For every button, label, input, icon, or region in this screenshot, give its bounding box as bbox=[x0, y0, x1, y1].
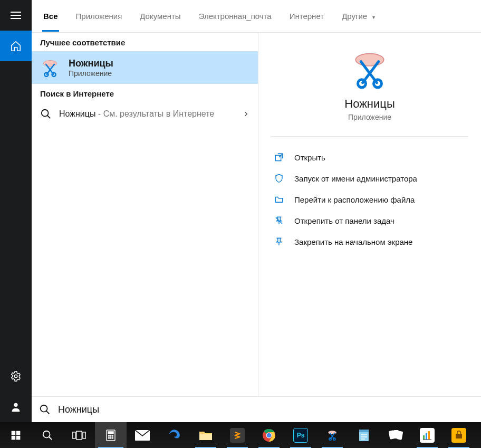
search-results-area: Лучшее соответствие Ножницы Приложение П… bbox=[32, 33, 481, 396]
taskbar-app-edge[interactable] bbox=[158, 422, 190, 448]
taskbar-app-solitaire[interactable] bbox=[380, 422, 411, 448]
svg-point-23 bbox=[112, 435, 113, 436]
svg-rect-40 bbox=[423, 435, 425, 440]
best-match-title: Ножницы bbox=[69, 58, 113, 69]
tab-internet[interactable]: Интернет bbox=[288, 1, 325, 32]
svg-point-26 bbox=[112, 437, 113, 439]
svg-rect-17 bbox=[76, 431, 82, 440]
task-view-icon[interactable] bbox=[63, 422, 95, 448]
svg-point-5 bbox=[42, 110, 49, 117]
web-result-text: Ножницы - См. результаты в Интернете bbox=[59, 108, 235, 120]
folder-icon bbox=[273, 195, 285, 204]
action-run-admin-label: Запуск от имени администратора bbox=[294, 174, 417, 183]
action-open[interactable]: Открыть bbox=[271, 148, 468, 166]
svg-rect-41 bbox=[426, 433, 427, 440]
tab-apps[interactable]: Приложения bbox=[75, 1, 123, 32]
action-pin-start-label: Закрепить на начальном экране bbox=[294, 237, 412, 246]
search-input[interactable] bbox=[58, 404, 474, 415]
web-search-header: Поиск в Интернете bbox=[32, 84, 258, 102]
svg-point-31 bbox=[267, 433, 272, 437]
web-result-query: Ножницы bbox=[59, 109, 95, 118]
preview-subtitle: Приложение bbox=[348, 113, 391, 121]
action-open-label: Открыть bbox=[294, 153, 325, 162]
svg-rect-42 bbox=[428, 431, 430, 440]
photoshop-icon: Ps bbox=[293, 428, 308, 443]
chart-icon bbox=[420, 428, 435, 443]
best-match-header: Лучшее соответствие bbox=[32, 33, 258, 51]
svg-point-2 bbox=[43, 61, 56, 66]
action-run-admin[interactable]: Запуск от имени администратора bbox=[271, 169, 468, 187]
taskbar-app-notepad[interactable] bbox=[348, 422, 380, 448]
action-open-location[interactable]: Перейти к расположению файла bbox=[271, 190, 468, 208]
svg-rect-13 bbox=[12, 435, 16, 440]
taskbar-app-chart[interactable] bbox=[411, 422, 443, 448]
svg-point-10 bbox=[41, 405, 47, 412]
action-pin-start[interactable]: Закрепить на начальном экране bbox=[271, 233, 468, 251]
action-unpin-taskbar-label: Открепить от панели задач bbox=[294, 216, 395, 225]
svg-rect-36 bbox=[359, 430, 369, 432]
taskbar-app-snipping-tool[interactable] bbox=[316, 422, 348, 448]
web-result-suffix: - См. результаты в Интернете bbox=[95, 109, 214, 118]
snipping-tool-icon bbox=[349, 47, 391, 90]
snipping-tool-icon bbox=[40, 58, 60, 78]
taskbar-app-store[interactable] bbox=[443, 422, 475, 448]
taskbar-app-calculator[interactable] bbox=[95, 422, 127, 448]
svg-rect-14 bbox=[16, 435, 21, 440]
chevron-down-icon: ▾ bbox=[372, 14, 375, 20]
unpin-icon bbox=[273, 216, 285, 225]
store-icon bbox=[451, 428, 466, 443]
svg-point-6 bbox=[355, 54, 383, 66]
start-button[interactable] bbox=[0, 422, 32, 448]
hamburger-menu-icon[interactable] bbox=[0, 0, 32, 31]
svg-point-21 bbox=[109, 435, 110, 436]
taskbar-app-chrome[interactable] bbox=[253, 422, 285, 448]
home-icon[interactable] bbox=[0, 31, 32, 61]
svg-point-15 bbox=[43, 431, 50, 437]
user-icon[interactable] bbox=[0, 392, 32, 422]
search-icon bbox=[39, 404, 51, 415]
tab-documents[interactable]: Документы bbox=[139, 1, 181, 32]
taskbar-search-icon[interactable] bbox=[32, 422, 63, 448]
taskbar-app-mail[interactable] bbox=[127, 422, 158, 448]
results-list: Лучшее соответствие Ножницы Приложение П… bbox=[32, 33, 258, 396]
svg-rect-16 bbox=[73, 432, 75, 438]
tab-more-label: Другие bbox=[342, 12, 367, 21]
svg-point-25 bbox=[110, 437, 111, 439]
preview-actions: Открыть Запуск от имени администратора П… bbox=[271, 148, 468, 251]
svg-rect-11 bbox=[12, 431, 16, 435]
svg-rect-20 bbox=[108, 432, 113, 434]
preview-pane: Ножницы Приложение Открыть Запуск от име… bbox=[258, 33, 481, 396]
sublime-icon bbox=[230, 428, 245, 443]
pin-icon bbox=[273, 237, 285, 246]
best-match-text: Ножницы Приложение bbox=[69, 58, 113, 78]
svg-point-22 bbox=[110, 435, 111, 436]
action-open-location-label: Перейти к расположению файла bbox=[294, 195, 415, 204]
taskbar-app-photoshop[interactable]: Ps bbox=[285, 422, 316, 448]
search-icon bbox=[40, 108, 52, 120]
tab-all[interactable]: Все bbox=[42, 1, 59, 32]
tab-email[interactable]: Электронная_почта bbox=[198, 1, 273, 32]
start-menu-left-rail bbox=[0, 0, 32, 422]
taskbar: Ps bbox=[0, 422, 481, 448]
taskbar-app-sublime[interactable] bbox=[222, 422, 253, 448]
preview-title: Ножницы bbox=[344, 97, 395, 111]
svg-point-24 bbox=[109, 437, 110, 439]
svg-point-1 bbox=[14, 403, 17, 407]
search-bar bbox=[32, 396, 481, 422]
svg-rect-28 bbox=[199, 434, 212, 440]
best-match-subtitle: Приложение bbox=[69, 69, 113, 78]
best-match-item[interactable]: Ножницы Приложение bbox=[32, 51, 258, 84]
svg-rect-12 bbox=[16, 431, 21, 435]
taskbar-app-file-explorer[interactable] bbox=[190, 422, 222, 448]
gear-icon[interactable] bbox=[0, 361, 32, 392]
svg-point-0 bbox=[14, 375, 17, 378]
preview-hero: Ножницы Приложение bbox=[271, 47, 468, 137]
web-search-result[interactable]: Ножницы - См. результаты в Интернете bbox=[32, 102, 258, 126]
tab-more[interactable]: Другие ▾ bbox=[341, 1, 376, 32]
svg-rect-18 bbox=[83, 432, 85, 438]
svg-point-32 bbox=[328, 431, 336, 434]
shield-icon bbox=[273, 174, 285, 183]
search-filter-tabs: Все Приложения Документы Электронная_поч… bbox=[32, 0, 481, 33]
action-unpin-taskbar[interactable]: Открепить от панели задач bbox=[271, 212, 468, 230]
chevron-right-icon bbox=[242, 110, 249, 118]
